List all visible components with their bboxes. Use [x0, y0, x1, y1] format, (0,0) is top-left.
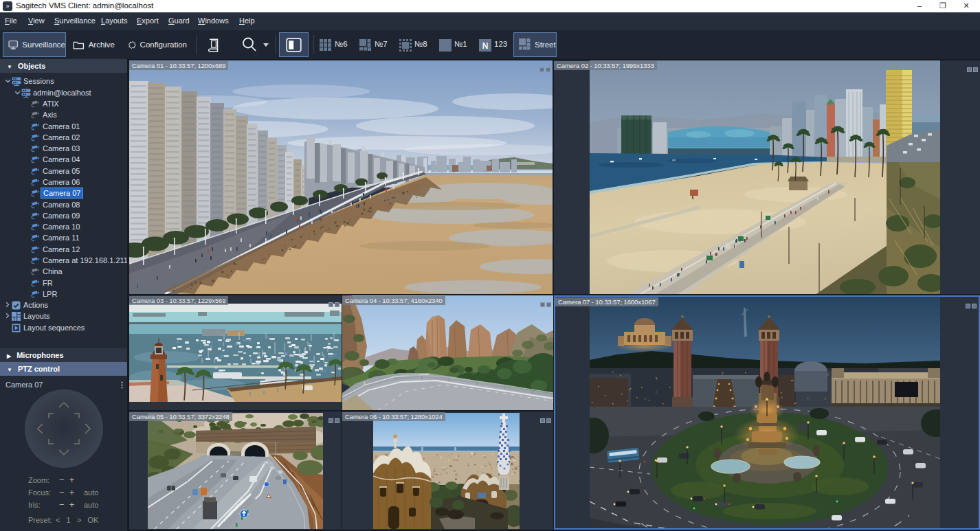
svg-text:N: N: [482, 41, 489, 51]
